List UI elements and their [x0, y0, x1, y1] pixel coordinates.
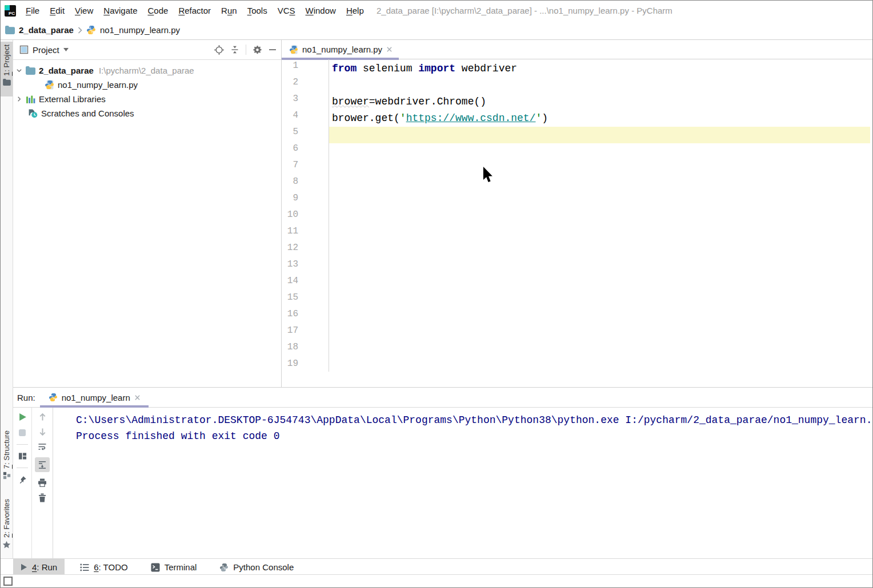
code-line[interactable]: brower=webdriver.Chrome()	[329, 94, 872, 110]
line-number[interactable]: 10	[282, 210, 298, 226]
collapse-all-icon[interactable]	[230, 45, 239, 54]
menu-vcs[interactable]: VCS	[273, 1, 301, 21]
libraries-icon	[26, 95, 35, 104]
line-number[interactable]: 2	[282, 77, 298, 94]
code-line[interactable]	[329, 127, 872, 143]
stripe-project-button[interactable]: 1: Project	[1, 42, 13, 96]
pin-icon[interactable]	[18, 476, 27, 485]
python-file-icon	[86, 25, 96, 35]
window-title: 2_data_parae [I:\pycharm\2_data_parae] -…	[377, 1, 672, 21]
code-line[interactable]	[329, 292, 872, 309]
chevron-down-icon[interactable]	[63, 48, 69, 51]
menu-edit[interactable]: Edit	[45, 1, 70, 21]
menu-window[interactable]: Window	[301, 1, 341, 21]
close-icon[interactable]	[386, 46, 393, 53]
code-line[interactable]	[329, 176, 872, 193]
todo-list-icon	[80, 563, 89, 571]
toolwindow-terminal-button[interactable]: Terminal	[143, 559, 205, 575]
down-stack-trace-icon[interactable]	[38, 428, 47, 436]
locate-file-icon[interactable]	[214, 45, 224, 55]
project-panel: Project 2_data_parae I:\pycharm\2_data_p…	[13, 40, 281, 387]
tree-scratches-label: Scratches and Consoles	[41, 108, 134, 118]
line-number[interactable]: 8	[282, 176, 298, 193]
line-number[interactable]: 7	[282, 160, 298, 176]
editor-tab-no1-numpy-learn[interactable]: no1_numpy_learn.py	[282, 40, 399, 59]
toolwindow-run-button[interactable]: 4: Run	[13, 559, 65, 575]
toolwindow-python-console-button[interactable]: Python Console	[212, 559, 301, 575]
console-line: C:\Users\Administrator.DESKTOP-6J54743\A…	[76, 412, 872, 428]
python-console-icon	[219, 563, 229, 572]
hide-panel-icon[interactable]	[269, 46, 277, 54]
line-number[interactable]: 6	[282, 143, 298, 160]
code-lines[interactable]: from selenium import webdriverbrower=web…	[329, 59, 872, 387]
tree-row-scratches[interactable]: Scratches and Consoles	[13, 106, 281, 120]
soft-wrap-icon[interactable]	[38, 442, 47, 451]
code-line[interactable]	[329, 309, 872, 325]
code-line[interactable]	[329, 259, 872, 276]
print-icon[interactable]	[38, 478, 47, 487]
editor-body[interactable]: 12345678910111213141516171819 from selen…	[282, 59, 872, 387]
tree-row-root[interactable]: 2_data_parae I:\pycharm\2_data_parae	[13, 63, 281, 78]
breadcrumb-file[interactable]: no1_numpy_learn.py	[100, 25, 180, 35]
menu-navigate[interactable]: Navigate	[98, 1, 142, 21]
menu-refactor[interactable]: Refactor	[173, 1, 216, 21]
menu-tools[interactable]: Tools	[242, 1, 273, 21]
stop-icon[interactable]	[18, 429, 26, 437]
up-stack-trace-icon[interactable]	[38, 413, 47, 421]
line-number[interactable]: 3	[282, 94, 298, 110]
breadcrumb-root[interactable]: 2_data_parae	[19, 25, 74, 35]
tree-file-name: no1_numpy_learn.py	[58, 80, 138, 90]
rerun-icon[interactable]	[18, 413, 27, 421]
code-line[interactable]	[329, 193, 872, 210]
line-number[interactable]: 1	[282, 61, 298, 77]
code-line[interactable]	[329, 160, 872, 176]
line-number[interactable]: 15	[282, 292, 298, 309]
line-number[interactable]: 14	[282, 276, 298, 292]
clear-console-icon[interactable]	[38, 493, 46, 502]
line-number[interactable]: 16	[282, 309, 298, 325]
code-line[interactable]: from selenium import webdriver	[329, 61, 872, 77]
menu-code[interactable]: Code	[143, 1, 174, 21]
line-number[interactable]: 13	[282, 259, 298, 276]
code-line[interactable]	[329, 77, 872, 94]
project-panel-header: Project	[13, 40, 281, 60]
gear-icon[interactable]	[253, 45, 262, 55]
structure-icon	[3, 472, 11, 480]
line-number[interactable]: 18	[282, 342, 298, 359]
restore-layout-icon[interactable]	[18, 452, 27, 460]
chevron-expanded-icon[interactable]	[16, 67, 22, 74]
stripe-favorites-button[interactable]: 2: Favorites	[1, 496, 13, 552]
code-line[interactable]	[329, 210, 872, 226]
tree-row-file[interactable]: no1_numpy_learn.py	[13, 78, 281, 92]
menu-run[interactable]: Run	[216, 1, 242, 21]
code-line[interactable]	[329, 342, 872, 359]
line-number[interactable]: 19	[282, 359, 298, 375]
code-line[interactable]	[329, 276, 872, 292]
chevron-collapsed-icon[interactable]	[16, 96, 22, 102]
line-number[interactable]: 11	[282, 226, 298, 243]
line-number[interactable]: 9	[282, 193, 298, 210]
code-line[interactable]	[329, 359, 872, 375]
scroll-to-end-icon[interactable]	[35, 457, 50, 472]
run-tab-no1-numpy-learn[interactable]: no1_numpy_learn	[40, 388, 149, 407]
menu-help[interactable]: Help	[341, 1, 369, 21]
line-number[interactable]: 4	[282, 110, 298, 127]
line-number[interactable]: 12	[282, 243, 298, 259]
line-number[interactable]: 17	[282, 325, 298, 342]
line-numbers[interactable]: 12345678910111213141516171819	[282, 59, 329, 372]
run-header: Run: no1_numpy_learn	[13, 388, 872, 408]
toolwindow-switcher-icon[interactable]	[3, 577, 13, 586]
toolwindow-todo-button[interactable]: 6: TODO	[73, 559, 135, 575]
code-line[interactable]	[329, 325, 872, 342]
menu-file[interactable]: File	[21, 1, 45, 21]
code-line[interactable]	[329, 143, 872, 160]
code-line[interactable]: brower.get('https://www.csdn.net/')	[329, 110, 872, 127]
tree-row-external-libraries[interactable]: External Libraries	[13, 92, 281, 106]
code-line[interactable]	[329, 226, 872, 243]
line-number[interactable]: 5	[282, 127, 298, 143]
stripe-structure-button[interactable]: 7: Structure	[1, 428, 13, 487]
project-panel-title[interactable]: Project	[33, 45, 59, 55]
code-line[interactable]	[329, 243, 872, 259]
close-icon[interactable]	[134, 394, 141, 401]
menu-view[interactable]: View	[70, 1, 98, 21]
